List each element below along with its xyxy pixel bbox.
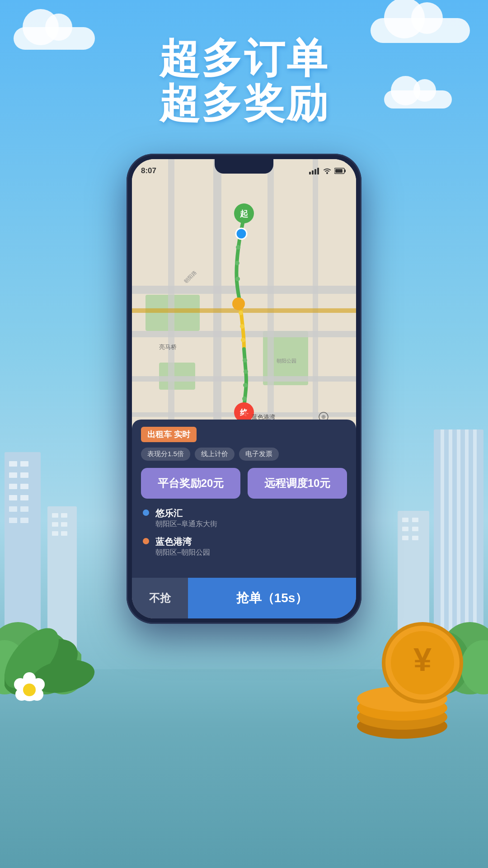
svg-rect-19 — [61, 531, 67, 536]
order-tag-0: 表现分1.5倍 — [141, 448, 190, 461]
background: 超多订单 超多奖励 — [0, 0, 488, 868]
location-name-0: 悠乐汇 — [155, 508, 217, 519]
svg-rect-30 — [412, 527, 418, 531]
order-tag-1: 线上计价 — [195, 448, 235, 461]
svg-rect-28 — [412, 518, 418, 522]
svg-text:¥: ¥ — [413, 642, 432, 678]
svg-rect-66 — [335, 169, 343, 173]
svg-point-63 — [326, 172, 328, 174]
map-area: 起 终 亮马桥 蓝色港湾 — [132, 159, 356, 439]
svg-rect-61 — [314, 169, 316, 175]
order-tags: 表现分1.5倍 线上计价 电子发票 — [141, 448, 347, 461]
coin-stack: ¥ — [339, 618, 465, 746]
svg-rect-1 — [9, 461, 17, 467]
location-name-1: 蓝色港湾 — [155, 536, 210, 547]
status-time: 8:07 — [141, 166, 156, 175]
svg-rect-59 — [309, 172, 311, 175]
svg-rect-65 — [344, 170, 346, 172]
svg-rect-3 — [9, 472, 17, 478]
location-info-0: 悠乐汇 朝阳区–阜通东大街 — [155, 508, 217, 529]
reward-btn-0: 平台奖励20元 — [141, 468, 240, 499]
svg-rect-6 — [20, 484, 28, 489]
svg-rect-18 — [52, 531, 58, 536]
svg-rect-60 — [312, 170, 314, 175]
svg-rect-75 — [168, 159, 174, 439]
svg-rect-5 — [9, 484, 17, 489]
title-section: 超多订单 超多奖励 — [0, 36, 488, 126]
svg-text:朝阳公园: 朝阳公园 — [277, 358, 296, 363]
svg-rect-17 — [61, 522, 67, 527]
svg-point-94 — [232, 297, 245, 310]
svg-rect-32 — [412, 536, 418, 540]
svg-rect-29 — [402, 527, 408, 531]
svg-rect-8 — [20, 495, 28, 500]
svg-point-83 — [235, 277, 240, 281]
svg-rect-16 — [52, 522, 58, 527]
phone-screen: 8:07 — [132, 159, 356, 618]
svg-point-88 — [244, 369, 248, 374]
battery-icon — [334, 167, 347, 175]
phone-mockup: 8:07 — [127, 154, 361, 624]
svg-text:起: 起 — [239, 209, 249, 218]
location-info-1: 蓝色港湾 朝阳区–朝阳公园 — [155, 536, 210, 557]
reward-btn-1: 远程调度10元 — [248, 468, 347, 499]
svg-text:亮马桥: 亮马桥 — [159, 344, 177, 350]
svg-rect-79 — [132, 308, 356, 313]
svg-point-81 — [236, 245, 240, 250]
svg-point-84 — [239, 311, 243, 315]
svg-rect-11 — [9, 518, 17, 523]
svg-rect-12 — [20, 518, 28, 523]
order-panel: 出租车 实时 表现分1.5倍 线上计价 电子发票 平台奖励20元 远程调度10元 — [132, 420, 356, 618]
svg-rect-14 — [52, 513, 58, 518]
svg-point-50 — [23, 684, 36, 696]
status-icons — [309, 167, 347, 175]
reward-buttons: 平台奖励20元 远程调度10元 — [141, 468, 347, 499]
app-title: 超多订单 — [0, 36, 488, 81]
grab-button[interactable]: 抢单（15s） — [188, 578, 356, 618]
svg-rect-2 — [20, 461, 28, 467]
svg-rect-9 — [9, 506, 17, 512]
svg-rect-76 — [213, 159, 221, 439]
map-svg: 起 终 亮马桥 蓝色港湾 — [132, 159, 356, 439]
svg-point-86 — [241, 338, 245, 342]
phone-notch — [215, 159, 273, 174]
action-buttons: 不抢 抢单（15s） — [132, 578, 356, 618]
location-item-1: 蓝色港湾 朝阳区–朝阳公园 — [141, 536, 347, 557]
svg-rect-71 — [132, 286, 356, 294]
phone-container: 8:07 — [127, 154, 361, 624]
location-dot-blue — [143, 509, 149, 516]
order-tag-2: 电子发票 — [239, 448, 279, 461]
leaves-decoration — [5, 568, 122, 705]
app-subtitle: 超多奖励 — [0, 81, 488, 126]
svg-rect-10 — [20, 506, 28, 512]
svg-text:⊕: ⊕ — [321, 414, 326, 420]
svg-rect-15 — [61, 513, 67, 518]
location-dot-orange — [143, 538, 149, 544]
svg-point-82 — [235, 261, 239, 265]
svg-rect-77 — [267, 159, 274, 439]
svg-point-87 — [243, 358, 247, 363]
svg-rect-78 — [313, 159, 318, 439]
svg-rect-73 — [132, 376, 356, 382]
svg-point-93 — [236, 228, 247, 239]
location-address-0: 朝阳区–阜通东大街 — [155, 519, 217, 529]
order-type-badge: 出租车 实时 — [141, 427, 197, 442]
svg-point-90 — [242, 396, 247, 401]
pass-button[interactable]: 不抢 — [132, 578, 188, 618]
svg-point-85 — [240, 324, 244, 329]
svg-rect-27 — [402, 518, 408, 522]
location-item-0: 悠乐汇 朝阳区–阜通东大街 — [141, 508, 347, 529]
signal-icon — [309, 167, 320, 175]
location-address-1: 朝阳区–朝阳公园 — [155, 548, 210, 557]
svg-rect-31 — [402, 536, 408, 540]
wifi-icon — [323, 167, 332, 175]
svg-rect-62 — [317, 168, 319, 175]
svg-rect-7 — [9, 495, 17, 500]
svg-point-89 — [243, 383, 248, 387]
svg-rect-4 — [20, 472, 28, 478]
